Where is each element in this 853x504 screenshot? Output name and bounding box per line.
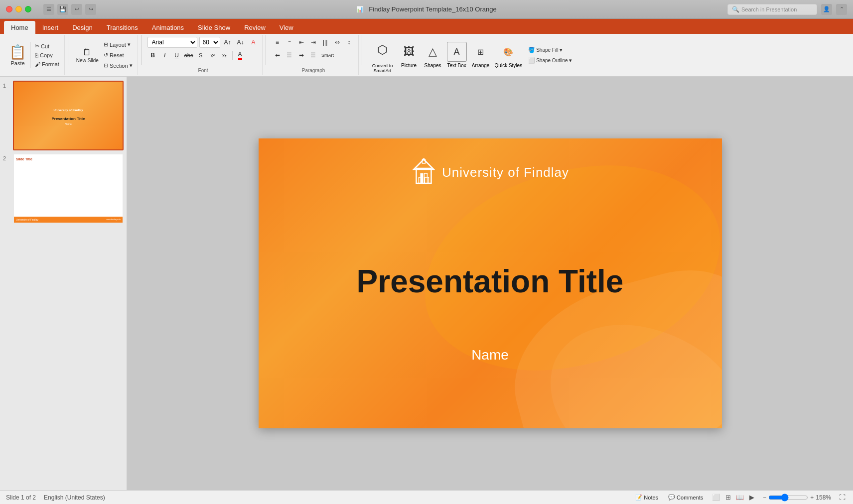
new-slide-button[interactable]: 🗒 New Slide xyxy=(74,46,101,64)
section-icon: ⊡ xyxy=(104,62,108,69)
increase-indent-button[interactable]: ⇥ xyxy=(308,37,319,48)
tab-transitions[interactable]: Transitions xyxy=(100,21,145,34)
clear-format-button[interactable]: A xyxy=(248,37,259,48)
tab-slideshow[interactable]: Slide Show xyxy=(191,21,237,34)
layout-button[interactable]: ⊟ Layout ▾ xyxy=(102,40,135,49)
grid-view-button[interactable]: ⊞ xyxy=(723,493,733,503)
tab-view[interactable]: View xyxy=(273,21,300,34)
strikethrough-button[interactable]: abc xyxy=(183,50,194,61)
slide-thumb-1[interactable]: 1 University of Findlay Presentation Tit… xyxy=(3,81,124,150)
font-family-select[interactable]: Arial xyxy=(147,37,197,48)
slide-thumbnail-1[interactable]: University of Findlay Presentation Title… xyxy=(13,81,124,150)
decrease-indent-button[interactable]: ⇤ xyxy=(296,37,307,48)
thumb2-footer-logo: University of Findlay xyxy=(16,218,38,221)
picture-label: Picture xyxy=(401,63,417,68)
justify-button[interactable]: ☰ xyxy=(308,50,319,61)
clear-format-icon: A xyxy=(252,39,256,46)
comments-icon: 💬 xyxy=(668,494,675,501)
undo-icon[interactable]: ↩ xyxy=(71,4,82,15)
align-center-button[interactable]: ☰ xyxy=(284,50,295,61)
shape-fill-button[interactable]: 🪣 Shape Fill ▾ xyxy=(526,46,573,54)
slide-thumb-2[interactable]: 2 Slide Title University of Findlay www.… xyxy=(3,153,124,223)
ppt-icon: 📊 xyxy=(356,6,364,13)
copy-button[interactable]: ⎘ Copy xyxy=(33,51,61,59)
font-size-select[interactable]: 60 xyxy=(199,37,220,48)
window-title: 📊 Findlay Powerpoint Template_16x10 Oran… xyxy=(356,5,496,13)
tab-animations[interactable]: Animations xyxy=(145,21,191,34)
arrange-label: Arrange xyxy=(472,63,490,68)
align-left-button[interactable]: ⬅ xyxy=(272,50,283,61)
smart-art-button[interactable]: SmArt xyxy=(320,50,336,61)
shapes-button[interactable]: △ xyxy=(423,42,443,62)
sidebar-icon[interactable]: ☰ xyxy=(43,4,54,15)
maximize-button[interactable] xyxy=(25,6,31,12)
shape-outline-icon: ⬜ xyxy=(528,57,535,64)
thumb-inner-2: Slide Title University of Findlay www.fi… xyxy=(14,154,123,222)
thumb2-title: Slide Title xyxy=(14,154,34,164)
user-icon[interactable]: 👤 xyxy=(821,4,832,15)
tab-insert[interactable]: Insert xyxy=(35,21,66,34)
tab-home[interactable]: Home xyxy=(4,21,35,34)
format-painter-button[interactable]: 🖌 Format xyxy=(33,60,61,68)
notes-button[interactable]: 📝 Notes xyxy=(633,493,660,502)
superscript-button[interactable]: x² xyxy=(207,50,218,61)
text-direction-button[interactable]: ⇔ xyxy=(332,37,343,48)
tab-design[interactable]: Design xyxy=(65,21,99,34)
shape-fill-icon: 🪣 xyxy=(528,47,535,53)
decrease-font-icon: A↓ xyxy=(237,39,244,46)
thumb-inner-1: University of Findlay Presentation Title… xyxy=(14,82,123,149)
underline-button[interactable]: U xyxy=(171,50,182,61)
save-icon[interactable]: 💾 xyxy=(57,4,68,15)
format-icon: 🖌 xyxy=(35,61,40,67)
slideshow-view-button[interactable]: ▶ xyxy=(747,493,757,503)
decrease-font-button[interactable]: A↓ xyxy=(235,37,246,48)
main-area: 1 University of Findlay Presentation Tit… xyxy=(0,77,853,490)
minimize-button[interactable] xyxy=(15,6,22,12)
line-spacing-button[interactable]: ↕ xyxy=(344,37,355,48)
columns-button[interactable]: ||| xyxy=(320,37,331,48)
subscript-button[interactable]: x₂ xyxy=(219,50,230,61)
slide-presentation-title[interactable]: Presentation Title xyxy=(357,263,624,300)
titlebar-toolbar: ☰ 💾 ↩ ↪ xyxy=(43,4,96,15)
picture-button[interactable]: 🖼 xyxy=(399,42,419,62)
university-logo: University of Findlay xyxy=(411,158,569,186)
italic-button[interactable]: I xyxy=(159,50,170,61)
zoom-in-button[interactable]: + xyxy=(810,494,814,501)
reading-view-button[interactable]: 📖 xyxy=(735,493,745,503)
reset-button[interactable]: ↺ Reset xyxy=(102,51,135,59)
slide-main[interactable]: University of Findlay Presentation Title… xyxy=(259,138,722,428)
arrange-button[interactable]: ⊞ xyxy=(471,42,491,62)
quick-styles-button[interactable]: 🎨 xyxy=(498,42,518,62)
numbered-list-button[interactable]: ⁼ xyxy=(284,37,295,48)
zoom-level: 158% xyxy=(816,494,831,501)
slide-thumbnail-2[interactable]: Slide Title University of Findlay www.fi… xyxy=(13,153,124,223)
fit-to-window-button[interactable]: ⛶ xyxy=(837,493,847,503)
normal-view-button[interactable]: ⬜ xyxy=(711,493,721,503)
convert-smartart-button[interactable]: ⬡ xyxy=(370,37,395,62)
align-right-button[interactable]: ➡ xyxy=(296,50,307,61)
tab-review[interactable]: Review xyxy=(237,21,273,34)
slide-num-1: 1 xyxy=(3,81,10,89)
paste-button[interactable]: 📋 Paste xyxy=(5,42,31,68)
comments-button[interactable]: 💬 Comments xyxy=(666,493,705,502)
text-box-button[interactable]: A xyxy=(447,42,467,62)
bold-button[interactable]: B xyxy=(147,50,158,61)
search-box[interactable]: 🔍 Search in Presentation xyxy=(727,4,817,15)
zoom-out-button[interactable]: − xyxy=(763,494,766,501)
zoom-slider[interactable] xyxy=(768,494,808,502)
shadow-button[interactable]: S xyxy=(195,50,206,61)
increase-font-button[interactable]: A↑ xyxy=(222,37,233,48)
font-color-button[interactable]: A xyxy=(235,50,246,61)
shape-fill-chevron: ▾ xyxy=(560,47,563,53)
redo-icon[interactable]: ↪ xyxy=(85,4,96,15)
close-button[interactable] xyxy=(6,6,12,12)
thumb1-name: Name xyxy=(65,123,71,126)
slide-subtitle[interactable]: Name xyxy=(471,347,509,363)
traffic-lights[interactable] xyxy=(6,6,31,12)
paragraph-group: ≡ ⁼ ⇤ ⇥ ||| ⇔ ↕ ⬅ ☰ ➡ ☰ SmArt Paragraph xyxy=(269,35,359,75)
section-button[interactable]: ⊡ Section ▾ xyxy=(102,61,135,70)
bullet-list-button[interactable]: ≡ xyxy=(272,37,283,48)
cut-button[interactable]: ✂ Cut xyxy=(33,42,61,50)
shape-outline-button[interactable]: ⬜ Shape Outline ▾ xyxy=(526,56,573,65)
chevron-up-icon[interactable]: ⌃ xyxy=(836,4,847,15)
